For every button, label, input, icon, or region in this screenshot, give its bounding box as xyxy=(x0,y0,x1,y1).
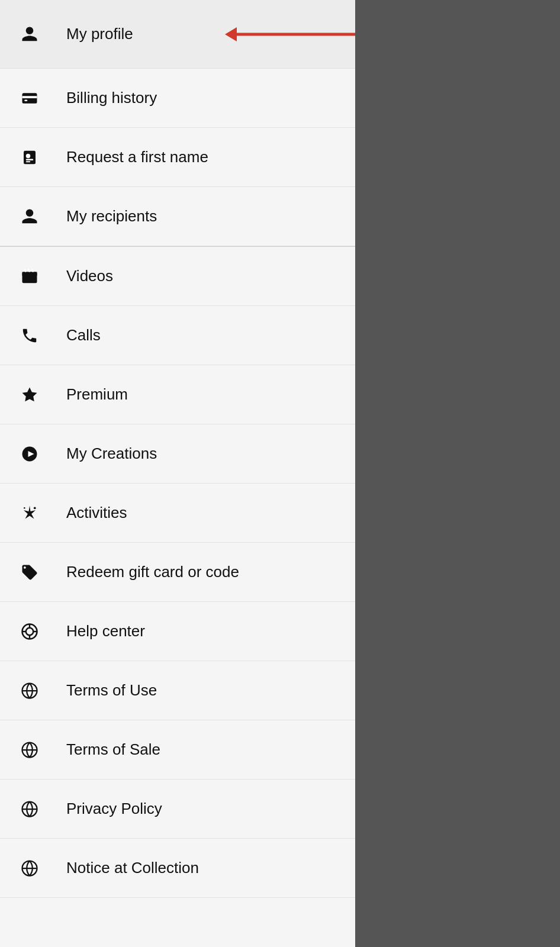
menu-label-privacy-policy: Privacy Policy xyxy=(66,800,162,818)
menu-label-videos: Videos xyxy=(66,267,113,285)
menu-label-help-center: Help center xyxy=(66,622,145,640)
menu-item-request-first-name[interactable]: Request a first name xyxy=(0,128,355,187)
menu-item-premium[interactable]: Premium xyxy=(0,365,355,424)
person-icon xyxy=(14,208,45,226)
svg-line-12 xyxy=(28,269,30,272)
svg-line-13 xyxy=(32,269,34,272)
menu-item-my-recipients[interactable]: My recipients xyxy=(0,187,355,246)
arrow-indicator xyxy=(225,22,355,46)
globe-icon xyxy=(14,859,45,877)
svg-rect-7 xyxy=(26,159,34,160)
badge-icon xyxy=(14,149,45,166)
globe-icon xyxy=(14,800,45,818)
menu-label-billing-history: Billing history xyxy=(66,89,157,107)
globe-icon xyxy=(14,682,45,700)
menu-label-redeem: Redeem gift card or code xyxy=(66,563,239,581)
menu-label-notice-collection: Notice at Collection xyxy=(66,859,199,877)
menu-label-request-first-name: Request a first name xyxy=(66,148,208,166)
menu-item-my-creations[interactable]: My Creations xyxy=(0,424,355,484)
menu-item-videos[interactable]: Videos xyxy=(0,247,355,306)
menu-item-terms-of-sale[interactable]: Terms of Sale xyxy=(0,720,355,779)
menu-item-help-center[interactable]: Help center xyxy=(0,602,355,661)
svg-point-16 xyxy=(34,507,36,509)
billing-icon xyxy=(14,89,45,107)
menu-label-activities: Activities xyxy=(66,504,127,522)
globe-icon xyxy=(14,741,45,759)
tag-icon xyxy=(14,563,45,581)
menu-item-billing-history[interactable]: Billing history xyxy=(0,69,355,128)
drawer-menu: My profileBilling historyRequest a first… xyxy=(0,0,355,947)
menu-item-activities[interactable]: Activities xyxy=(0,484,355,543)
menu-label-calls: Calls xyxy=(66,326,101,344)
menu-item-notice-collection[interactable]: Notice at Collection xyxy=(0,839,355,898)
svg-rect-10 xyxy=(22,272,37,275)
menu-item-privacy-policy[interactable]: Privacy Policy xyxy=(0,779,355,839)
svg-rect-3 xyxy=(22,96,37,98)
svg-rect-6 xyxy=(26,153,31,158)
menu-label-terms-of-sale: Terms of Sale xyxy=(66,740,160,759)
svg-point-19 xyxy=(26,627,34,635)
menu-item-calls[interactable]: Calls xyxy=(0,306,355,365)
star-icon xyxy=(14,386,45,404)
person-icon xyxy=(14,25,45,43)
svg-marker-1 xyxy=(225,27,237,41)
svg-line-11 xyxy=(24,269,26,272)
menu-item-terms-of-use[interactable]: Terms of Use xyxy=(0,661,355,720)
lifebuoy-icon xyxy=(14,623,45,640)
menu-label-terms-of-use: Terms of Use xyxy=(66,681,157,700)
phone-icon xyxy=(14,327,45,344)
play-circle-icon xyxy=(14,445,45,463)
menu-item-redeem[interactable]: Redeem gift card or code xyxy=(0,543,355,602)
menu-label-my-creations: My Creations xyxy=(66,444,157,463)
svg-point-17 xyxy=(24,507,25,509)
svg-rect-8 xyxy=(26,161,31,162)
menu-label-premium: Premium xyxy=(66,385,128,404)
background-content: ss New New te Fre Gro New pgrade ✕ xyxy=(355,0,560,947)
sparkle-icon xyxy=(14,504,45,522)
svg-rect-4 xyxy=(24,99,27,101)
clapper-icon xyxy=(14,268,45,285)
menu-label-my-profile: My profile xyxy=(66,25,133,43)
menu-label-my-recipients: My recipients xyxy=(66,207,157,226)
